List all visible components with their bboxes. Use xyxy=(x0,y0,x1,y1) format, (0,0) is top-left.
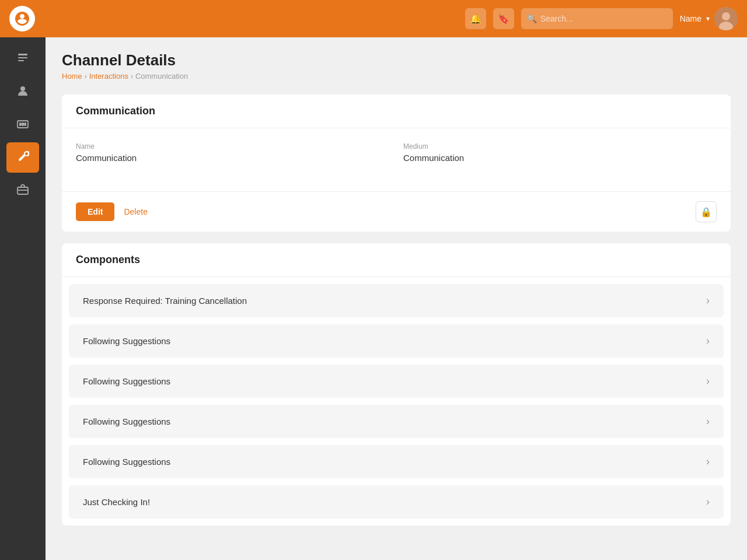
chevron-right-icon: › xyxy=(706,375,710,387)
name-label: Name xyxy=(76,142,389,150)
svg-rect-11 xyxy=(18,187,28,194)
card-actions: Edit Delete 🔒 xyxy=(62,191,731,232)
top-navigation: 🔔 🔖 🔍 Name ▾ xyxy=(0,0,747,37)
bookmark-icon: 🔖 xyxy=(498,13,509,24)
svg-rect-9 xyxy=(19,123,21,126)
name-field: Name Communication xyxy=(76,142,389,163)
delete-button[interactable]: Delete xyxy=(121,202,149,221)
component-label: Following Suggestions xyxy=(83,376,170,386)
money-icon xyxy=(16,117,29,133)
component-label: Following Suggestions xyxy=(83,336,170,346)
breadcrumb-interactions[interactable]: Interactions xyxy=(89,72,128,80)
components-title: Components xyxy=(76,254,717,266)
lock-button[interactable]: 🔒 xyxy=(696,201,717,222)
component-label: Following Suggestions xyxy=(83,457,170,467)
sidebar-item-briefcase[interactable] xyxy=(6,175,39,205)
page-title: Channel Details xyxy=(62,51,731,69)
chevron-right-icon: › xyxy=(706,496,710,508)
sidebar-item-person[interactable] xyxy=(6,77,39,107)
search-input[interactable] xyxy=(540,14,667,23)
detail-grid: Name Communication Medium Communication xyxy=(76,142,717,163)
component-item[interactable]: Following Suggestions › xyxy=(69,445,724,478)
user-section[interactable]: Name ▾ xyxy=(680,7,738,30)
sidebar-item-money[interactable] xyxy=(6,110,39,140)
svg-rect-3 xyxy=(18,54,27,55)
search-bar[interactable]: 🔍 xyxy=(521,8,673,29)
chevron-right-icon: › xyxy=(706,335,710,347)
svg-point-8 xyxy=(21,123,25,126)
svg-point-6 xyxy=(20,86,25,91)
component-item[interactable]: Response Required: Training Cancellation… xyxy=(69,284,724,317)
components-header: Components xyxy=(62,243,731,277)
breadcrumb-home[interactable]: Home xyxy=(62,72,82,80)
component-label: Just Checking In! xyxy=(83,497,150,507)
breadcrumb-sep-1: › xyxy=(85,72,87,80)
bookmarks-button[interactable]: 🔖 xyxy=(493,8,514,29)
component-item[interactable]: Just Checking In! › xyxy=(69,485,724,519)
svg-rect-5 xyxy=(18,60,24,61)
wrench-icon xyxy=(16,150,29,166)
notes-icon xyxy=(16,52,29,68)
chevron-right-icon: › xyxy=(706,456,710,468)
main-layout: Channel Details Home › Interactions › Co… xyxy=(0,37,747,560)
main-content: Channel Details Home › Interactions › Co… xyxy=(46,37,747,560)
chevron-down-icon: ▾ xyxy=(706,15,710,23)
chevron-right-icon: › xyxy=(706,295,710,307)
breadcrumb-sep-2: › xyxy=(131,72,133,80)
svg-point-1 xyxy=(722,12,730,20)
bell-icon: 🔔 xyxy=(470,13,481,24)
card-header: Communication xyxy=(62,94,731,128)
channel-card: Communication Name Communication Medium … xyxy=(62,94,731,232)
medium-value: Communication xyxy=(403,153,464,163)
briefcase-icon xyxy=(16,183,29,198)
breadcrumb-current: Communication xyxy=(135,72,188,80)
app-logo[interactable] xyxy=(9,6,35,32)
lock-icon: 🔒 xyxy=(700,206,712,218)
edit-button[interactable]: Edit xyxy=(76,202,114,221)
component-label: Following Suggestions xyxy=(83,416,170,426)
sidebar xyxy=(0,37,46,560)
card-title: Communication xyxy=(76,105,717,117)
sidebar-item-wrench[interactable] xyxy=(6,142,39,173)
svg-rect-10 xyxy=(25,123,26,126)
avatar xyxy=(714,7,738,30)
component-label: Response Required: Training Cancellation xyxy=(83,296,247,306)
card-body: Name Communication Medium Communication xyxy=(62,128,731,191)
notifications-button[interactable]: 🔔 xyxy=(465,8,486,29)
user-name: Name xyxy=(680,14,701,23)
medium-field: Medium Communication xyxy=(403,142,717,163)
person-icon xyxy=(16,85,29,100)
components-list: Response Required: Training Cancellation… xyxy=(62,284,731,519)
nav-icons: 🔔 🔖 🔍 Name ▾ xyxy=(465,7,738,30)
component-item[interactable]: Following Suggestions › xyxy=(69,324,724,358)
chevron-right-icon: › xyxy=(706,415,710,428)
components-card: Components Response Required: Training C… xyxy=(62,243,731,526)
avatar-image xyxy=(714,7,738,30)
search-icon: 🔍 xyxy=(527,14,537,23)
breadcrumb: Home › Interactions › Communication xyxy=(62,72,731,80)
medium-label: Medium xyxy=(403,142,717,150)
component-item[interactable]: Following Suggestions › xyxy=(69,405,724,438)
sidebar-item-notes[interactable] xyxy=(6,44,39,75)
svg-rect-4 xyxy=(18,57,27,58)
name-value: Communication xyxy=(76,153,137,163)
component-item[interactable]: Following Suggestions › xyxy=(69,365,724,398)
